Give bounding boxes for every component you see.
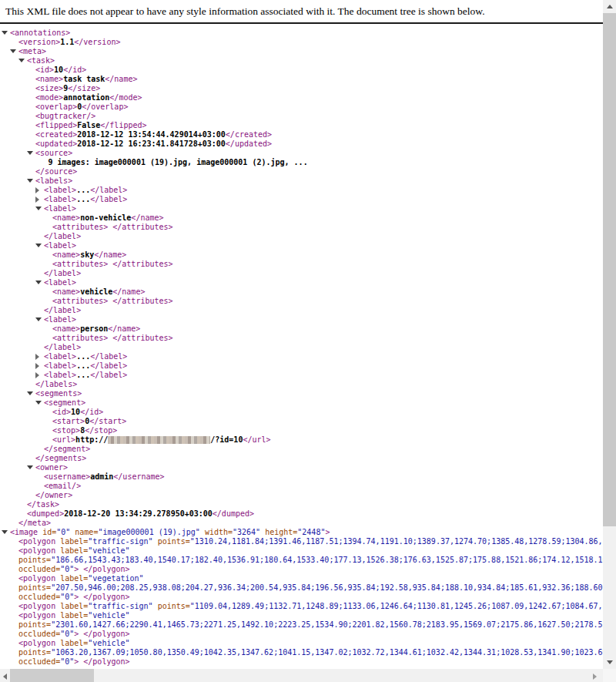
tag-token: <label> (44, 278, 76, 287)
vertical-scrollbar-thumb[interactable] (603, 13, 616, 526)
attr-value-token: "0" (60, 630, 74, 638)
tag-token: </mode> (109, 93, 142, 102)
horizontal-scrollbar-thumb[interactable] (10, 669, 94, 682)
attr-value-token: "2301.60,1427.66;2290.41,1465.73;2271.25… (51, 620, 603, 629)
scroll-up-arrow-icon[interactable] (607, 5, 613, 8)
vertical-scrollbar[interactable] (603, 0, 616, 669)
scroll-left-arrow-icon[interactable] (3, 674, 7, 680)
tag-token: <labels> (35, 176, 72, 185)
expand-arrow-icon[interactable] (35, 372, 39, 378)
tag-token: <attributes> (52, 297, 108, 305)
tag-token: </name> (108, 324, 140, 333)
tag-token: </task> (27, 500, 59, 509)
expand-arrow-icon[interactable] (35, 187, 39, 193)
text-token: ... (76, 371, 90, 379)
collapse-arrow-icon[interactable] (18, 59, 25, 62)
attr-name-token: width= (200, 528, 233, 536)
collapse-arrow-icon[interactable] (27, 465, 33, 469)
collapse-arrow-icon[interactable] (27, 391, 33, 395)
xml-line: points="2301.60,1427.66;2290.41,1465.73;… (0, 620, 603, 630)
tag-token: </label> (44, 343, 81, 351)
xml-line: <polygon label="traffic-sign" points="13… (0, 537, 603, 546)
tag-token: </size> (68, 84, 100, 92)
text-token: ... (76, 361, 90, 370)
attr-name-token: points= (153, 602, 190, 610)
collapse-arrow-icon[interactable] (35, 401, 42, 405)
xml-line: </segments> (0, 454, 603, 463)
tag-token: <segment> (44, 398, 85, 407)
attr-name-token: points= (153, 537, 190, 546)
collapse-arrow-icon[interactable] (27, 151, 33, 155)
xml-line: <name>person</name> (0, 324, 603, 334)
attr-name-token: name= (70, 528, 98, 536)
xml-line: <name>sky</name> (0, 250, 603, 260)
scroll-down-arrow-icon[interactable] (607, 660, 613, 664)
tag-token: </label> (44, 232, 81, 240)
expand-arrow-icon[interactable] (35, 354, 39, 360)
xml-line: <start>0</start> (0, 417, 603, 426)
tag-token: </flipped> (100, 121, 146, 129)
tag-token: <name> (52, 250, 80, 259)
attr-value-token: "186.66,1543.43;183.40,1540.17;182.40,15… (51, 556, 603, 564)
tag-token: </username> (113, 472, 164, 481)
attr-name-token: label= (55, 574, 88, 583)
attr-name-token: occluded= (18, 565, 60, 573)
tag-token: </polygon> (83, 593, 129, 601)
collapse-arrow-icon[interactable] (35, 317, 42, 321)
xml-line: <polygon label="vehicle" (0, 546, 603, 556)
tag-token: </dumped> (213, 509, 254, 518)
collapse-arrow-icon[interactable] (35, 207, 42, 210)
tag-token: <label> (44, 195, 76, 203)
xml-line: occluded="0"> </polygon> (0, 630, 603, 639)
tag-token: <polygon (18, 611, 55, 620)
tag-token: <label> (44, 204, 76, 213)
attr-name-token: occluded= (18, 657, 60, 666)
xml-line: <label> (0, 278, 603, 287)
xml-line: <size>9</size> (0, 84, 603, 93)
tag-token: <mode> (35, 93, 63, 102)
xml-line: points="207.50,946.00;208.25,938.08;204.… (0, 583, 603, 593)
tag-token: </attributes> (112, 334, 172, 342)
tag-token: <polygon (18, 574, 55, 583)
text-token: 2018-12-20 13:34:29.278950+03:00 (64, 509, 213, 518)
tag-token: </updated> (226, 139, 272, 148)
xml-line: <polygon label="vegetation" (0, 574, 603, 583)
attr-value-token: "1310.24,1181.84;1391.46,1187.51;1394.74… (190, 537, 603, 546)
attr-name-token: height= (260, 528, 297, 536)
collapse-arrow-icon[interactable] (10, 49, 16, 53)
tag-token: </label> (90, 195, 127, 203)
collapse-arrow-icon[interactable] (2, 530, 8, 534)
collapse-arrow-icon[interactable] (35, 281, 42, 284)
attr-value-token: "1109.04,1289.49;1132.71,1248.89;1133.06… (190, 602, 603, 610)
expand-arrow-icon[interactable] (35, 363, 39, 369)
tag-token: </overlap> (82, 102, 128, 111)
tag-token: <label> (44, 352, 76, 361)
collapse-arrow-icon[interactable] (35, 244, 42, 247)
collapse-arrow-icon[interactable] (2, 31, 8, 35)
xml-line: <dumped>2018-12-20 13:34:29.278950+03:00… (0, 509, 603, 519)
tag-token: </name> (105, 75, 137, 83)
attr-name-token: points= (18, 556, 51, 564)
collapse-arrow-icon[interactable] (27, 179, 33, 183)
tag-token: <overlap> (35, 102, 77, 111)
text-token: 1.1 (60, 38, 74, 46)
text-token: 10 (54, 66, 63, 74)
attr-name-token: points= (18, 648, 51, 657)
tag-token: </attributes> (112, 297, 172, 305)
scroll-right-arrow-icon[interactable] (593, 674, 597, 680)
xml-line: <owner> (0, 463, 603, 472)
horizontal-scrollbar[interactable] (0, 669, 603, 682)
text-token: vehicle (80, 287, 112, 296)
tag-token: </attributes> (112, 260, 172, 268)
xml-line: occluded="0"> </polygon> (0, 565, 603, 574)
xml-line: <mode>annotation</mode> (0, 93, 603, 102)
tag-token: </polygon> (83, 630, 129, 638)
expand-arrow-icon[interactable] (35, 197, 39, 203)
xml-line: <label> (0, 241, 603, 250)
text-token: ... (76, 186, 90, 194)
xml-line: </label> (0, 269, 603, 278)
xml-line: </task> (0, 500, 603, 509)
text-token: 10 (71, 408, 80, 416)
xml-line: points="1063.20,1367.09;1050.80,1350.49;… (0, 648, 603, 657)
tag-token: </owner> (35, 491, 72, 499)
